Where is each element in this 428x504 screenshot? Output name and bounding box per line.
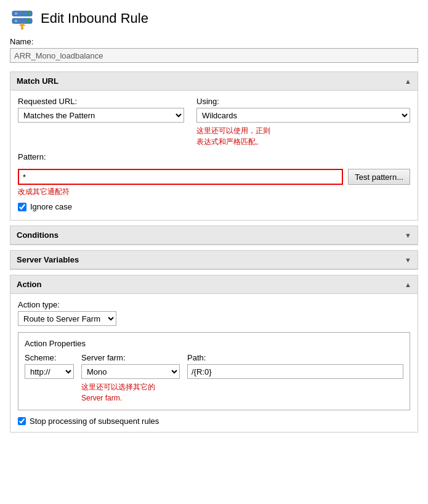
action-properties-box: Action Properties Scheme: http:// https:… bbox=[18, 332, 410, 410]
pattern-section: Pattern: 改成其它通配符 Test pattern... bbox=[18, 152, 410, 197]
server-farm-select[interactable]: Mono bbox=[81, 364, 180, 379]
action-properties-title: Action Properties bbox=[25, 339, 403, 348]
stop-processing-row: Stop processing of subsequent rules bbox=[18, 417, 410, 426]
scheme-select[interactable]: http:// https:// bbox=[25, 364, 74, 379]
path-input[interactable] bbox=[187, 364, 403, 379]
using-label: Using: bbox=[196, 97, 410, 106]
match-url-body: Requested URL: Matches the Pattern Does … bbox=[10, 91, 418, 220]
header-icon bbox=[10, 6, 34, 31]
action-body: Action type: Route to Server Farm Redire… bbox=[10, 294, 418, 432]
match-url-chevron: ▲ bbox=[405, 78, 411, 85]
match-url-section: Match URL ▲ Requested URL: Matches the P… bbox=[10, 71, 418, 221]
name-label: Name: bbox=[10, 37, 418, 46]
pattern-row: 改成其它通配符 Test pattern... bbox=[18, 169, 410, 197]
action-properties-fields: Scheme: http:// https:// Server farm: Mo… bbox=[25, 353, 403, 404]
stop-processing-checkbox[interactable] bbox=[18, 417, 26, 425]
farm-hint: 这里还可以选择其它的Server farm. bbox=[81, 381, 180, 404]
server-farm-col: Server farm: Mono 这里还可以选择其它的Server farm. bbox=[81, 353, 180, 404]
action-type-row: Action type: Route to Server Farm Redire… bbox=[18, 300, 410, 326]
conditions-section: Conditions ▼ bbox=[10, 226, 418, 245]
svg-point-2 bbox=[27, 12, 30, 15]
requested-url-label: Requested URL: bbox=[18, 97, 184, 106]
using-col: Using: Wildcards Regular Expressions Exa… bbox=[196, 97, 410, 147]
conditions-section-header[interactable]: Conditions ▼ bbox=[10, 226, 418, 245]
path-col: Path: bbox=[187, 353, 403, 379]
svg-rect-4 bbox=[15, 12, 17, 15]
requested-url-col: Requested URL: Matches the Pattern Does … bbox=[18, 97, 184, 147]
server-farm-label: Server farm: bbox=[81, 353, 180, 362]
pattern-label: Pattern: bbox=[18, 152, 410, 161]
server-variables-section-header[interactable]: Server Variables ▼ bbox=[10, 251, 418, 269]
svg-point-3 bbox=[27, 20, 30, 22]
svg-marker-6 bbox=[18, 23, 26, 30]
action-section-header[interactable]: Action ▲ bbox=[10, 275, 418, 294]
test-pattern-button[interactable]: Test pattern... bbox=[348, 169, 410, 185]
action-section: Action ▲ Action type: Route to Server Fa… bbox=[10, 275, 418, 433]
ignore-case-label: Ignore case bbox=[30, 202, 72, 211]
using-hint: 这里还可以使用，正则表达式和严格匹配。 bbox=[196, 125, 410, 147]
ignore-case-row: Ignore case bbox=[18, 202, 410, 211]
pattern-input-wrapper: 改成其它通配符 bbox=[18, 169, 343, 197]
page-title: Edit Inbound Rule bbox=[41, 10, 148, 26]
stop-processing-label: Stop processing of subsequent rules bbox=[30, 417, 159, 426]
ignore-case-checkbox[interactable] bbox=[18, 203, 26, 211]
page-container: Edit Inbound Rule Name: Match URL ▲ Requ… bbox=[0, 0, 428, 450]
pattern-hint: 改成其它通配符 bbox=[18, 187, 343, 197]
match-url-title: Match URL bbox=[17, 76, 59, 86]
pattern-input[interactable] bbox=[18, 169, 343, 185]
path-label: Path: bbox=[187, 353, 403, 362]
requested-url-select[interactable]: Matches the Pattern Does Not Match the P… bbox=[18, 108, 184, 123]
scheme-label: Scheme: bbox=[25, 353, 74, 362]
match-url-section-header[interactable]: Match URL ▲ bbox=[10, 72, 418, 91]
action-type-select[interactable]: Route to Server Farm Redirect Custom Res… bbox=[18, 311, 116, 326]
conditions-title: Conditions bbox=[17, 230, 59, 240]
action-title: Action bbox=[17, 280, 41, 289]
match-url-fields-row: Requested URL: Matches the Pattern Does … bbox=[18, 97, 410, 147]
header: Edit Inbound Rule bbox=[10, 6, 418, 31]
server-variables-title: Server Variables bbox=[17, 255, 79, 264]
using-select[interactable]: Wildcards Regular Expressions Exact Matc… bbox=[196, 108, 410, 123]
svg-rect-5 bbox=[15, 20, 17, 22]
server-variables-chevron: ▼ bbox=[405, 256, 411, 264]
server-variables-section: Server Variables ▼ bbox=[10, 250, 418, 270]
action-type-label: Action type: bbox=[18, 300, 410, 309]
conditions-chevron: ▼ bbox=[405, 232, 411, 239]
action-chevron: ▲ bbox=[405, 281, 411, 288]
scheme-col: Scheme: http:// https:// bbox=[25, 353, 74, 379]
name-input[interactable] bbox=[10, 48, 418, 63]
